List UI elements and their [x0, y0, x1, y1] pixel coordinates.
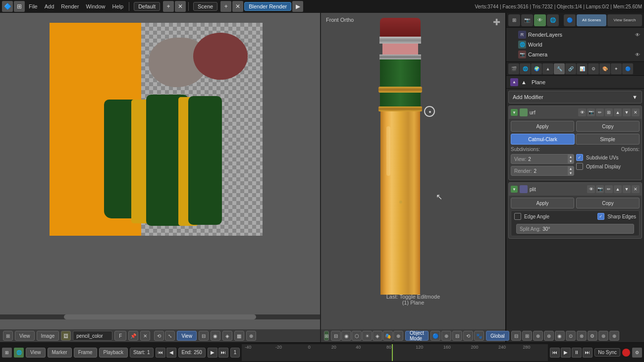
uv-image-name[interactable]: pencil_color: [73, 331, 112, 341]
uv-mode-icon1[interactable]: ⊟: [199, 331, 209, 341]
mod2-copy-btn[interactable]: Copy: [576, 198, 640, 208]
menu-help[interactable]: Help: [109, 2, 127, 10]
uv-canvas[interactable]: [0, 13, 320, 308]
sub-icon-render[interactable]: 🎬: [508, 63, 519, 74]
vp-r5[interactable]: ◉: [555, 331, 565, 341]
modifier-edgesplit-header[interactable]: ▼ plit 👁 📷 ✏ ▲ ▼ ✕: [509, 183, 642, 196]
mod2-apply-btn[interactable]: Apply: [511, 198, 574, 208]
prop-icon-view[interactable]: 👁: [534, 14, 546, 26]
mod2-toggle[interactable]: ▼: [511, 186, 518, 193]
sub-icon-particles[interactable]: ✦: [611, 63, 622, 74]
menu-add[interactable]: Add: [42, 2, 57, 10]
uv-mode-icon4[interactable]: ▦: [234, 331, 244, 341]
prev-frame-btn[interactable]: ◀: [166, 348, 176, 358]
sub-icon-scene[interactable]: 🌐: [520, 63, 531, 74]
uv-scale-icon[interactable]: ⤡: [165, 331, 175, 341]
mod-expand-icon[interactable]: ▲: [614, 108, 622, 116]
vp-r2[interactable]: ⊞: [522, 331, 532, 341]
tree-item-camera[interactable]: 📷 Camera 👁: [508, 50, 642, 59]
subdivide-uvs-checkbox[interactable]: ✓: [576, 154, 583, 161]
uv-frame-btn[interactable]: F: [114, 331, 126, 341]
uv-view-mode-btn[interactable]: View: [177, 331, 197, 341]
edges-header[interactable]: Edge Angle ✓ Sharp Edges: [514, 213, 636, 222]
view-value-field[interactable]: View: 2 ▲ ▼: [511, 154, 574, 164]
next-frame-btn[interactable]: ▶: [208, 348, 217, 358]
uv-hscroll-thumb[interactable]: [64, 314, 256, 319]
pause-btn[interactable]: ⏸: [572, 348, 582, 358]
mod2-realtime-btn[interactable]: 👁: [587, 185, 595, 193]
bottom-icon-settings[interactable]: ⚙: [632, 348, 642, 358]
tree-eye-camera[interactable]: 👁: [635, 52, 640, 57]
vp-r7[interactable]: ⊗: [577, 331, 587, 341]
mod2-edit-btn[interactable]: ✏: [605, 185, 613, 193]
prop-icon-scene2[interactable]: 🌐: [547, 14, 559, 26]
vp-icon6[interactable]: 🎭: [383, 331, 393, 341]
render-up-arrow[interactable]: ▲: [568, 166, 574, 171]
mod2-close-btn[interactable]: ✕: [632, 185, 640, 193]
vp-r4[interactable]: ⊛: [544, 331, 554, 341]
forward-btn[interactable]: ⏭: [583, 348, 592, 358]
vp-orientation-btn[interactable]: Global: [486, 331, 509, 341]
viewport-corner-handle[interactable]: ✚: [493, 17, 500, 28]
sub-icon-world[interactable]: 🌍: [531, 63, 542, 74]
edge-angle-checkbox[interactable]: [514, 213, 521, 220]
workspace-add-icon[interactable]: +: [163, 1, 174, 12]
prop-icon-render[interactable]: 📷: [521, 14, 533, 26]
uv-mode-icon3[interactable]: ◈: [222, 331, 232, 341]
mod2-expand-icon[interactable]: ▲: [614, 185, 622, 193]
render-engine-selector[interactable]: Blender Render: [244, 2, 291, 11]
sub-icon-data[interactable]: 📊: [577, 63, 588, 74]
menu-window[interactable]: Window: [83, 2, 108, 10]
vp-r10[interactable]: ⊕: [609, 331, 619, 341]
uv-mode-icon2[interactable]: ◉: [211, 331, 220, 341]
vp-icon1[interactable]: ⊟: [331, 331, 341, 341]
timeline-area[interactable]: -40 -20 0 20 40 80 120 160 200 240 280: [242, 344, 548, 361]
bottom-view-btn[interactable]: View: [26, 348, 46, 358]
record-button[interactable]: [622, 349, 630, 357]
scene-close-icon[interactable]: ✕: [232, 1, 243, 12]
mod-edit-btn[interactable]: ✏: [596, 108, 604, 116]
tree-item-renderlayers[interactable]: R RenderLayers 👁: [508, 30, 642, 40]
tree-eye-renderlayers[interactable]: 👁: [635, 32, 640, 38]
modifier-subsurf-header[interactable]: ▼ urf 👁 📷 ✏ ⊞ ▲ ▼ ✕: [509, 106, 642, 119]
rewind-btn[interactable]: ⏮: [550, 348, 560, 358]
vp-r6[interactable]: ⊙: [566, 331, 576, 341]
vp-extra1[interactable]: ⊟: [452, 331, 462, 341]
vp-icon7[interactable]: ⊕: [393, 331, 403, 341]
blender-logo-icon[interactable]: 🔷: [2, 1, 13, 12]
render-icon[interactable]: ▶: [292, 1, 303, 12]
uv-transform-icon[interactable]: ⟲: [154, 331, 164, 341]
optimal-display-checkbox[interactable]: [576, 163, 583, 170]
end-frame-field[interactable]: End: 250: [178, 348, 206, 358]
vp-icon3[interactable]: ⬡: [352, 331, 362, 341]
view-arrows[interactable]: ▲ ▼: [568, 155, 574, 163]
uv-close-icon[interactable]: ✕: [140, 331, 150, 341]
vp-extra3[interactable]: 🐾: [474, 331, 484, 341]
sub-icon-constraint[interactable]: 🔗: [565, 63, 576, 74]
sharp-edges-checkbox[interactable]: ✓: [597, 213, 604, 220]
vp-icon5[interactable]: ◈: [373, 331, 382, 341]
vp-r8[interactable]: ⚙: [588, 331, 597, 341]
bottom-marker-btn[interactable]: Marker: [48, 348, 72, 358]
view-up-arrow[interactable]: ▲: [568, 155, 574, 159]
render-value-field[interactable]: Render: 2 ▲ ▼: [511, 166, 574, 176]
uv-pin-icon[interactable]: 📌: [128, 331, 138, 341]
menu-file[interactable]: File: [26, 2, 41, 10]
scene-add-icon[interactable]: +: [220, 1, 231, 12]
workspace-selector[interactable]: Default: [134, 2, 160, 11]
uv-hscroll[interactable]: [0, 314, 320, 319]
mod-close-btn[interactable]: ✕: [632, 108, 640, 116]
play-btn[interactable]: ▶: [561, 348, 571, 358]
vp-pivot-icon[interactable]: ⊕: [441, 331, 451, 341]
mod-tab-simple[interactable]: Simple: [576, 134, 640, 145]
split-ang-field[interactable]: Split Ang: 30°: [516, 224, 634, 234]
prop-view-search[interactable]: View Search: [607, 14, 642, 26]
mod-tab-catmul[interactable]: Catmul-Clark: [511, 134, 575, 145]
timeline-playhead[interactable]: [392, 344, 393, 361]
vp-extra2[interactable]: ⟲: [463, 331, 473, 341]
add-modifier-button[interactable]: Add Modifier ▼: [508, 91, 642, 103]
sync-selector[interactable]: No Sync: [594, 348, 620, 357]
menu-render[interactable]: Render: [58, 2, 82, 10]
uv-mode-icon5[interactable]: ⊕: [246, 331, 256, 341]
modifier-section[interactable]: Add Modifier ▼ ▼ urf 👁 📷 ✏ ⊞ ▲ ▼: [506, 89, 644, 342]
